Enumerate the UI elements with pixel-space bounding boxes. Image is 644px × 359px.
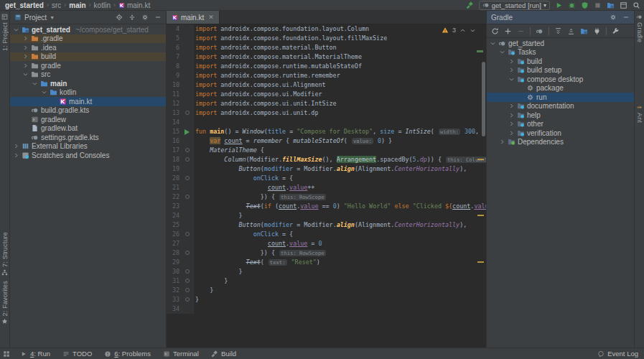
- chevron-right-icon[interactable]: [13, 143, 19, 149]
- project-item-src[interactable]: src: [10, 70, 166, 80]
- chevron-right-icon[interactable]: [22, 62, 29, 69]
- event-log-button[interactable]: Event Log: [597, 350, 638, 358]
- fold-marker-icon[interactable]: [185, 195, 190, 199]
- project-item--gradle[interactable]: .gradle: [10, 34, 166, 44]
- project-item-gradlew-bat[interactable]: gradlew.bat: [10, 124, 166, 134]
- run-configuration-selector[interactable]: get_started [run]▾: [479, 1, 550, 10]
- project-item-gradle[interactable]: gradle: [10, 61, 166, 70]
- chevron-down-icon[interactable]: [499, 49, 505, 55]
- play-icon[interactable]: [555, 1, 563, 9]
- project-item-external-libraries[interactable]: External Libraries: [10, 142, 166, 151]
- bug-icon[interactable]: [568, 1, 576, 9]
- statusbar-terminal[interactable]: Terminal: [163, 350, 199, 358]
- warning-stripe-mark[interactable]: [477, 159, 484, 160]
- chevron-right-icon[interactable]: [508, 112, 515, 118]
- wrench-icon[interactable]: [612, 27, 620, 35]
- collapse-all-icon[interactable]: [567, 27, 575, 35]
- fold-marker-icon[interactable]: [185, 232, 190, 236]
- project-item-scratches-and-consoles[interactable]: Scratches and Consoles: [10, 151, 166, 160]
- chevron-right-icon[interactable]: [22, 53, 29, 60]
- fold-marker-icon[interactable]: [185, 157, 190, 162]
- coverage-icon[interactable]: [581, 1, 589, 9]
- divide-icon[interactable]: [129, 14, 136, 21]
- chevron-down-icon[interactable]: [32, 80, 38, 87]
- gradle-item-other[interactable]: other: [487, 120, 634, 129]
- statusbar-6-problems[interactable]: 6: Problems: [104, 350, 151, 358]
- editor-scrollbar[interactable]: [482, 62, 485, 136]
- hammer-icon[interactable]: [466, 1, 474, 9]
- chevron-right-icon[interactable]: [508, 130, 515, 136]
- locate-icon[interactable]: [116, 14, 123, 21]
- gradle-item-dependencies[interactable]: Dependencies: [487, 138, 634, 147]
- gradle-item-build-setup[interactable]: build setup: [487, 66, 634, 75]
- folder-tw-icon[interactable]: [580, 27, 588, 35]
- breadcrumb-item-kotlin[interactable]: kotlin: [94, 1, 111, 9]
- project-item-kotlin[interactable]: kotlin: [10, 88, 166, 98]
- toolwindow-tab-structure[interactable]: 7: Structure: [0, 232, 9, 276]
- chevron-down-icon[interactable]: [22, 71, 29, 78]
- gradle-icon[interactable]: [536, 27, 543, 35]
- project-item--idea[interactable]: .idea: [10, 43, 166, 52]
- switcher-icon[interactable]: [3, 350, 10, 358]
- breadcrumb-item-main[interactable]: main: [69, 1, 85, 9]
- refresh-icon[interactable]: [491, 27, 499, 35]
- toolwindow-tab-gradle[interactable]: Gradle: [635, 14, 644, 42]
- warning-stripe-mark[interactable]: [477, 215, 484, 216]
- gradle-item-tasks[interactable]: Tasks: [487, 48, 634, 57]
- minus-gray-icon[interactable]: [517, 27, 525, 35]
- project-item-build-gradle-kts[interactable]: build.gradle.kts: [10, 106, 166, 116]
- gradle-item-build[interactable]: build: [487, 57, 634, 66]
- gradle-item-documentation[interactable]: documentation: [487, 102, 634, 111]
- fold-marker-icon[interactable]: [185, 269, 190, 274]
- fold-marker-icon[interactable]: [185, 111, 190, 115]
- gradle-item-get_started[interactable]: get_started: [487, 39, 634, 48]
- plus-icon[interactable]: [504, 27, 512, 35]
- fold-marker-icon[interactable]: [185, 297, 190, 302]
- chevron-right-icon[interactable]: [13, 152, 19, 159]
- minimize-icon[interactable]: [622, 14, 630, 21]
- project-item-main-kt[interactable]: main.kt: [10, 97, 166, 106]
- search-icon[interactable]: [633, 1, 640, 9]
- fold-marker-icon[interactable]: [185, 251, 190, 255]
- project-item-settings-gradle-kts[interactable]: settings.gradle.kts: [10, 133, 166, 142]
- minimize-icon[interactable]: [154, 14, 162, 21]
- toolwindow-tab-ant[interactable]: Ant: [635, 104, 644, 123]
- gradle-item-package[interactable]: package: [487, 84, 634, 93]
- breadcrumb-item-src[interactable]: src: [52, 1, 61, 9]
- fold-marker-icon[interactable]: [185, 279, 190, 283]
- close-tab-icon[interactable]: ✕: [208, 14, 214, 21]
- statusbar-build[interactable]: Build: [211, 350, 236, 358]
- project-item-build[interactable]: build: [10, 52, 166, 62]
- project-panel-title[interactable]: Project▼: [14, 14, 55, 22]
- warning-stripe-mark[interactable]: [477, 261, 484, 263]
- expand-all-icon[interactable]: [554, 27, 562, 35]
- code-editor[interactable]: 4import androidx.compose.foundation.layo…: [167, 24, 486, 348]
- gear-icon[interactable]: [610, 14, 617, 21]
- gradle-item-verification[interactable]: verification: [487, 129, 634, 138]
- inspections-widget[interactable]: 3: [442, 27, 476, 34]
- chevron-right-icon[interactable]: [22, 45, 29, 51]
- chevron-right-icon[interactable]: [508, 121, 515, 127]
- gradle-item-help[interactable]: help: [487, 111, 634, 120]
- chevron-right-icon[interactable]: [508, 103, 515, 109]
- chevron-dn-small-icon[interactable]: [470, 27, 476, 34]
- gradle-item-compose-desktop[interactable]: compose desktop: [487, 75, 634, 84]
- chevron-down-icon[interactable]: [490, 40, 496, 47]
- window-icon[interactable]: [620, 1, 627, 9]
- fold-marker-icon[interactable]: [185, 176, 190, 180]
- fold-marker-icon[interactable]: [185, 148, 190, 152]
- chevron-down-icon[interactable]: [41, 89, 47, 95]
- gear-icon[interactable]: [141, 14, 149, 21]
- chevron-right-icon[interactable]: [22, 35, 29, 42]
- project-item-get_started[interactable]: get_started~/compose/get_started: [10, 25, 166, 34]
- project-item-gradlew[interactable]: gradlew: [10, 115, 166, 124]
- plug-icon[interactable]: [593, 27, 601, 35]
- chevron-right-icon[interactable]: [499, 139, 505, 145]
- statusbar-4-run[interactable]: 4: Run: [20, 350, 50, 358]
- chevron-down-icon[interactable]: [508, 76, 515, 83]
- gradle-item-run[interactable]: run: [487, 93, 634, 102]
- run-gutter-icon[interactable]: [185, 129, 190, 135]
- project-item-main[interactable]: main: [10, 79, 166, 88]
- breadcrumb-item-main-kt[interactable]: main.kt: [118, 1, 150, 9]
- toolwindow-tab-project[interactable]: 1: Project: [0, 14, 9, 51]
